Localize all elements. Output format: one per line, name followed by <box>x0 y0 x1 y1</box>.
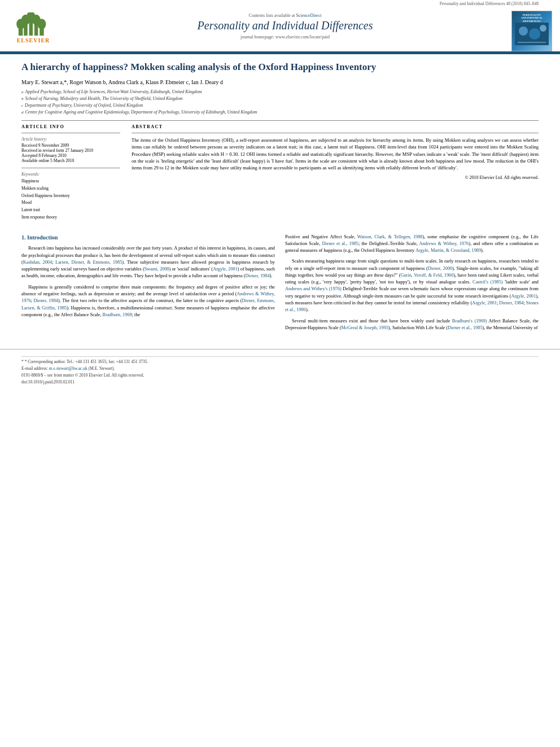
keywords-list: Happiness Mokken scaling Oxford Happines… <box>21 178 120 221</box>
authors-line: Mary E. Stewart a,*, Roger Watson b, And… <box>21 79 539 85</box>
svg-point-11 <box>519 27 528 36</box>
intro-title: 1. Introduction <box>21 234 275 242</box>
authors-text: Mary E. Stewart a,*, Roger Watson b, And… <box>21 79 223 85</box>
revised-date: Received in revised form 27 January 2010 <box>21 148 120 153</box>
affil-4-text: Centre for Cognitive Ageing and Cognitiv… <box>25 109 257 116</box>
para-1: Research into happiness has increased co… <box>21 245 275 279</box>
para-4: Scales measuring happiness range from si… <box>285 258 539 313</box>
keyword-6: Item response theory <box>21 214 120 221</box>
page-footer: * * Corresponding author. Tel.: +44 131 … <box>0 349 560 385</box>
svg-rect-2 <box>29 20 33 36</box>
footnote-corresponding: * * Corresponding author. Tel.: +44 131 … <box>21 359 539 364</box>
main-content: A hierarchy of happiness? Mokken scaling… <box>0 54 560 341</box>
affil-2: b School of Nursing, Midwifery and Healt… <box>21 95 539 102</box>
affil-2-text: School of Nursing, Midwifery and Health,… <box>25 95 183 102</box>
keywords-label: Keywords: <box>21 172 120 177</box>
sciencedirect-link[interactable]: ScienceDirect <box>296 13 322 18</box>
keyword-3: Oxford Happiness Inventory <box>21 193 120 200</box>
article-abstract: ABSTRACT The items of the Oxford Happine… <box>132 124 539 226</box>
abstract-text: The items of the Oxford Happiness Invent… <box>132 137 539 172</box>
journal-homepage: journal homepage: www.elsevier.com/locat… <box>64 34 506 40</box>
footnote-corr-text: * Corresponding author. Tel.: +44 131 45… <box>25 359 148 364</box>
elsevier-label: ELSEVIER <box>17 37 50 43</box>
affil-1: a Applied Psychology, School of Life Sci… <box>21 89 539 95</box>
email-link[interactable]: m.e.stewart@hw.ac.uk <box>49 366 88 371</box>
svg-point-13 <box>540 25 546 32</box>
history-label: Article history: <box>21 137 120 142</box>
keyword-1: Happiness <box>21 178 120 185</box>
affil-1-text: Applied Psychology, School of Life Scien… <box>25 89 202 95</box>
svg-point-9 <box>37 19 46 29</box>
issn-line: 0191-8869/$ – see front matter © 2010 El… <box>21 373 539 378</box>
journal-title-header: Personality and Individual Differences <box>64 19 506 32</box>
elsevier-logo: ELSEVIER <box>8 11 59 45</box>
keywords-block: Keywords: Happiness Mokken scaling Oxfor… <box>21 172 120 221</box>
journal-cover-image: PERSONALITYAND INDIVIDUALDIFFERENCES <box>511 11 552 51</box>
body-two-col: 1. Introduction Research into happiness … <box>21 234 539 335</box>
svg-point-12 <box>529 28 540 40</box>
para-3: Positive and Negative Affect Scale, Wats… <box>285 234 539 255</box>
issn-text: 0191-8869/$ – see front matter © 2010 El… <box>21 373 144 378</box>
article-history: Article history: Received 9 November 200… <box>21 137 120 163</box>
keyword-2: Mokken scaling <box>21 185 120 193</box>
para-2: Happiness is generally considered to com… <box>21 284 275 318</box>
body-content: 1. Introduction Research into happiness … <box>21 234 539 335</box>
header-bar: ELSEVIER Contents lists available at Sci… <box>0 11 560 51</box>
cover-graphic <box>515 23 549 45</box>
sciencedirect-line: Contents lists available at ScienceDirec… <box>64 13 506 18</box>
doi-line: doi:10.1016/j.paid.2010.02.011 <box>21 379 539 385</box>
article-info-heading: ARTICLE INFO <box>21 124 120 129</box>
affil-3-text: Department of Psychiatry, University of … <box>25 102 143 109</box>
affil-3: c Department of Psychiatry, University o… <box>21 102 539 109</box>
svg-rect-3 <box>34 24 38 36</box>
svg-rect-0 <box>19 28 23 36</box>
journal-center: Contents lists available at ScienceDirec… <box>59 11 511 42</box>
doi-text: doi:10.1016/j.paid.2010.02.011 <box>21 379 75 385</box>
affil-rule <box>21 120 539 121</box>
email-attribution: (M.E. Stewart). <box>89 366 115 371</box>
journal-header: ELSEVIER Contents lists available at Sci… <box>0 7 560 54</box>
body-col-left: 1. Introduction Research into happiness … <box>21 234 275 335</box>
accepted-date: Accepted 8 February 2010 <box>21 153 120 158</box>
article-info: ARTICLE INFO Article history: Received 9… <box>21 124 120 226</box>
keyword-4: Mood <box>21 199 120 207</box>
page: Personality and Individual Differences 4… <box>0 0 560 747</box>
footnote-section: * * Corresponding author. Tel.: +44 131 … <box>21 356 539 371</box>
body-col-right: Positive and Negative Affect Scale, Wats… <box>285 234 539 335</box>
para-5: Several multi-item measures exist and th… <box>285 318 539 332</box>
journal-reference: Personality and Individual Differences 4… <box>0 0 560 7</box>
received-date: Received 9 November 2009 <box>21 143 120 148</box>
affil-4: d Centre for Cognitive Ageing and Cognit… <box>21 109 539 116</box>
article-title: A hierarchy of happiness? Mokken scaling… <box>21 61 539 73</box>
elsevier-tree-icon <box>16 12 50 36</box>
footnote-email: E-mail address: m.e.stewart@hw.ac.uk (M.… <box>21 366 539 371</box>
header-rule <box>0 51 560 53</box>
abstract-heading: ABSTRACT <box>132 124 539 129</box>
svg-rect-4 <box>40 28 43 36</box>
abstract-copyright: © 2010 Elsevier Ltd. All rights reserved… <box>132 175 539 180</box>
affiliations: a Applied Psychology, School of Life Sci… <box>21 89 539 116</box>
email-label: E-mail address: <box>21 366 49 371</box>
info-abstract-section: ARTICLE INFO Article history: Received 9… <box>21 124 539 226</box>
journal-ref-text: Personality and Individual Differences 4… <box>440 1 539 6</box>
online-date: Available online 5 March 2010 <box>21 158 120 163</box>
keyword-5: Latent trait <box>21 207 120 214</box>
